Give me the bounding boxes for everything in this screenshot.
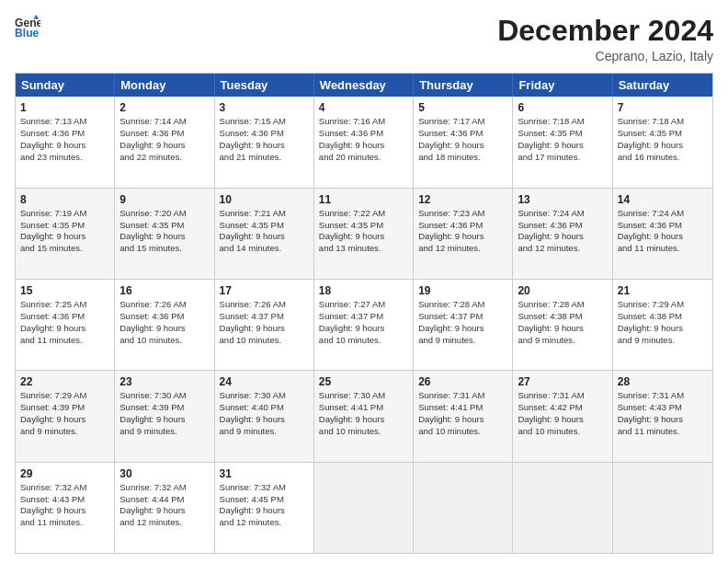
cal-cell: 9Sunrise: 7:20 AMSunset: 4:35 PMDaylight… [115, 189, 214, 279]
cell-text: Daylight: 9 hours [418, 323, 483, 333]
cell-text: and 10 minutes. [119, 335, 182, 345]
cell-text: Sunset: 4:36 PM [20, 311, 85, 321]
cell-text: Daylight: 9 hours [618, 414, 683, 424]
cell-text: Sunset: 4:36 PM [618, 220, 682, 230]
cell-text: and 10 minutes. [220, 335, 282, 345]
month-title: December 2024 [497, 15, 713, 47]
cell-text: Daylight: 9 hours [220, 505, 285, 515]
cal-cell [414, 463, 513, 553]
cell-text: Sunrise: 7:32 AM [220, 482, 286, 492]
cell-text: Daylight: 9 hours [418, 414, 483, 424]
cell-text: Sunset: 4:36 PM [20, 128, 85, 138]
day-number: 7 [618, 100, 708, 115]
cell-text: Sunset: 4:41 PM [418, 402, 483, 412]
cell-text: Sunrise: 7:29 AM [20, 390, 86, 400]
cell-text: Sunrise: 7:28 AM [518, 299, 584, 309]
cal-row: 8Sunrise: 7:19 AMSunset: 4:35 PMDaylight… [16, 188, 712, 279]
cal-cell: 5Sunrise: 7:17 AMSunset: 4:36 PMDaylight… [414, 97, 513, 187]
cal-cell: 27Sunrise: 7:31 AMSunset: 4:42 PMDayligh… [513, 371, 612, 461]
day-number: 15 [20, 283, 109, 298]
cell-text: Daylight: 9 hours [119, 323, 185, 333]
cell-text: Sunset: 4:36 PM [319, 128, 383, 138]
cell-text: Sunrise: 7:25 AM [20, 299, 86, 309]
day-number: 30 [119, 466, 209, 481]
day-number: 26 [418, 374, 507, 389]
cell-text: Daylight: 9 hours [518, 140, 583, 150]
cal-cell: 26Sunrise: 7:31 AMSunset: 4:41 PMDayligh… [414, 371, 513, 461]
cell-text: Daylight: 9 hours [20, 505, 85, 515]
cal-cell: 20Sunrise: 7:28 AMSunset: 4:38 PMDayligh… [513, 280, 612, 370]
day-number: 4 [319, 100, 408, 115]
cell-text: Daylight: 9 hours [618, 140, 683, 150]
cal-cell: 31Sunrise: 7:32 AMSunset: 4:45 PMDayligh… [215, 463, 314, 553]
cell-text: Sunrise: 7:21 AM [220, 208, 286, 218]
cell-text: and 23 minutes. [20, 152, 83, 162]
cal-cell: 2Sunrise: 7:14 AMSunset: 4:36 PMDaylight… [115, 97, 214, 187]
cell-text: Daylight: 9 hours [319, 414, 384, 424]
cell-text: Sunrise: 7:29 AM [618, 299, 684, 309]
cal-cell: 22Sunrise: 7:29 AMSunset: 4:39 PMDayligh… [16, 371, 115, 461]
cell-text: Sunset: 4:44 PM [119, 494, 184, 504]
cal-cell: 3Sunrise: 7:15 AMSunset: 4:36 PMDaylight… [215, 97, 314, 187]
cell-text: Sunset: 4:35 PM [618, 128, 682, 138]
cal-cell: 30Sunrise: 7:32 AMSunset: 4:44 PMDayligh… [115, 463, 214, 553]
cell-text: and 14 minutes. [220, 243, 282, 253]
calendar: SundayMondayTuesdayWednesdayThursdayFrid… [15, 73, 713, 554]
cal-header-cell: Monday [115, 74, 214, 97]
cell-text: and 15 minutes. [20, 243, 83, 253]
cell-text: Sunset: 4:39 PM [20, 402, 85, 412]
cal-header-cell: Saturday [613, 74, 712, 97]
cell-text: Sunrise: 7:30 AM [119, 390, 186, 400]
cell-text: Sunset: 4:45 PM [220, 494, 284, 504]
cell-text: and 9 minutes. [119, 426, 176, 436]
day-number: 18 [319, 283, 408, 298]
cell-text: Sunrise: 7:26 AM [220, 299, 286, 309]
calendar-page: General Blue December 2024 Ceprano, Lazi… [0, 0, 728, 563]
cell-text: and 9 minutes. [518, 335, 574, 345]
cell-text: Daylight: 9 hours [418, 140, 483, 150]
cell-text: Daylight: 9 hours [220, 414, 285, 424]
cell-text: Sunset: 4:36 PM [418, 128, 483, 138]
cell-text: Daylight: 9 hours [319, 140, 384, 150]
cell-text: Daylight: 9 hours [119, 231, 185, 241]
cell-text: and 20 minutes. [319, 152, 381, 162]
cell-text: Sunrise: 7:30 AM [220, 390, 286, 400]
cell-text: and 9 minutes. [220, 426, 277, 436]
cell-text: Daylight: 9 hours [119, 414, 185, 424]
cell-text: and 16 minutes. [618, 152, 680, 162]
day-number: 19 [418, 283, 507, 298]
cell-text: Daylight: 9 hours [119, 505, 185, 515]
cell-text: Sunrise: 7:15 AM [220, 116, 286, 126]
cal-header-cell: Wednesday [314, 74, 414, 97]
day-number: 9 [119, 192, 209, 207]
cell-text: and 9 minutes. [618, 335, 675, 345]
day-number: 24 [220, 374, 309, 389]
cal-cell: 8Sunrise: 7:19 AMSunset: 4:35 PMDaylight… [16, 189, 115, 279]
cell-text: Sunrise: 7:31 AM [618, 390, 684, 400]
cell-text: and 15 minutes. [119, 243, 182, 253]
logo: General Blue [15, 15, 40, 40]
title-block: December 2024 Ceprano, Lazio, Italy [497, 15, 713, 63]
cal-cell: 13Sunrise: 7:24 AMSunset: 4:36 PMDayligh… [513, 189, 612, 279]
cell-text: Sunrise: 7:18 AM [518, 116, 584, 126]
cell-text: Sunset: 4:37 PM [418, 311, 483, 321]
day-number: 3 [220, 100, 309, 115]
cell-text: and 11 minutes. [618, 243, 680, 253]
day-number: 6 [518, 100, 607, 115]
cell-text: Sunset: 4:35 PM [319, 220, 383, 230]
cell-text: Daylight: 9 hours [20, 414, 85, 424]
cal-row: 29Sunrise: 7:32 AMSunset: 4:43 PMDayligh… [16, 462, 712, 553]
day-number: 27 [518, 374, 607, 389]
cell-text: Sunrise: 7:26 AM [119, 299, 186, 309]
header: General Blue December 2024 Ceprano, Lazi… [15, 15, 713, 63]
cal-cell: 4Sunrise: 7:16 AMSunset: 4:36 PMDaylight… [314, 97, 414, 187]
cell-text: Sunset: 4:41 PM [319, 402, 383, 412]
cell-text: Sunset: 4:36 PM [119, 128, 184, 138]
cell-text: and 9 minutes. [418, 335, 475, 345]
cell-text: Daylight: 9 hours [418, 231, 483, 241]
cell-text: Sunrise: 7:18 AM [618, 116, 684, 126]
cal-cell: 11Sunrise: 7:22 AMSunset: 4:35 PMDayligh… [314, 189, 414, 279]
day-number: 28 [618, 374, 708, 389]
cell-text: Sunrise: 7:13 AM [20, 116, 86, 126]
cell-text: Sunset: 4:35 PM [119, 220, 184, 230]
